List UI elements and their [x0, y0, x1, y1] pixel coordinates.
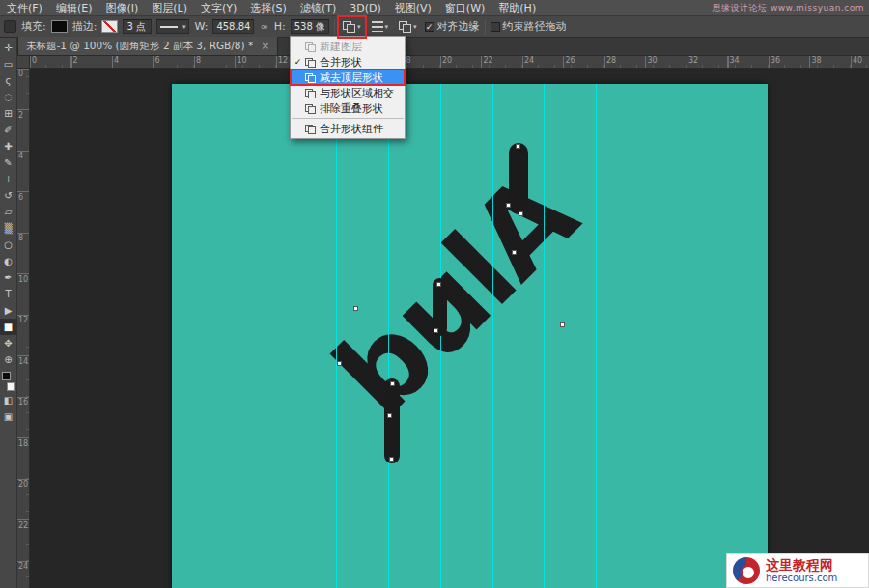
menu-item-4[interactable]: 文字(Y): [194, 0, 243, 16]
eyedropper-tool[interactable]: ✐: [0, 122, 17, 138]
screen-mode-tool[interactable]: ▣: [0, 408, 17, 425]
menu-item-exclude-overlapping-shapes[interactable]: 排除重叠形状: [291, 100, 405, 116]
document-tab[interactable]: 未标题-1 @ 100% (圆角矩形 2 副本 3, RGB/8) * ×: [17, 37, 278, 55]
anchor-point[interactable]: [516, 144, 520, 149]
menu-item-new-layer[interactable]: 新建图层: [291, 39, 405, 54]
tool-preset-icon[interactable]: [4, 20, 16, 33]
menu-item-subtract-front-shape[interactable]: 减去顶层形状: [291, 70, 405, 85]
menu-item-6[interactable]: 滤镜(T): [294, 0, 343, 16]
vertical-ruler[interactable]: 024681012141618202224: [17, 69, 30, 588]
anchor-point[interactable]: [389, 457, 394, 462]
clone-stamp-tool[interactable]: ⊥: [0, 171, 17, 187]
path-select-tool[interactable]: ▶: [0, 302, 17, 319]
type-tool[interactable]: T: [0, 286, 17, 302]
quick-select-tool[interactable]: ◌: [0, 89, 17, 105]
zoom-tool[interactable]: ⊕: [0, 351, 17, 368]
ruler-number: 4: [114, 56, 119, 65]
path-alignment-button[interactable]: ▾: [369, 18, 392, 36]
constrain-drag-option[interactable]: 约束路径拖动: [491, 19, 567, 34]
rounded-rect-shape[interactable]: [509, 143, 528, 214]
guide[interactable]: [544, 84, 545, 588]
guide[interactable]: [440, 84, 441, 588]
path-arrange-button[interactable]: ▾: [396, 18, 420, 36]
shape-tool[interactable]: ■: [0, 319, 17, 335]
menu-item-9[interactable]: 窗口(W): [438, 0, 491, 16]
background-color-swatch[interactable]: [7, 382, 15, 391]
brush-tool[interactable]: ✎: [0, 154, 17, 171]
marquee-tool[interactable]: ▭: [0, 56, 17, 72]
menu-item-merge-shape-components[interactable]: 合并形状组件: [291, 121, 405, 136]
constrain-drag-checkbox[interactable]: [491, 22, 500, 32]
foreground-color-swatch[interactable]: [2, 372, 11, 380]
align-edges-checkbox[interactable]: ✓: [425, 22, 434, 32]
width-label: W:: [194, 20, 208, 33]
menu-bar: 文件(F)编辑(E)图像(I)图层(L)文字(Y)选择(S)滤镜(T)3D(D)…: [0, 0, 869, 16]
move-tool[interactable]: ✛: [0, 40, 17, 56]
guide[interactable]: [388, 84, 389, 588]
document-tab-bar: 未标题-1 @ 100% (圆角矩形 2 副本 3, RGB/8) * ×: [17, 38, 869, 56]
ruler-number: 18: [18, 439, 28, 448]
chevron-down-icon: ▾: [413, 23, 417, 31]
tab-close-icon[interactable]: ×: [261, 40, 269, 52]
menu-item-3[interactable]: 图层(L): [145, 0, 194, 16]
menu-item-intersect-shape-areas[interactable]: 与形状区域相交: [291, 85, 405, 100]
dodge-tool[interactable]: ◐: [0, 253, 17, 269]
gradient-tool[interactable]: ▒: [0, 220, 17, 237]
stroke-swatch[interactable]: [101, 20, 118, 33]
menu-item-0[interactable]: 文件(F): [0, 0, 49, 16]
ruler-number: 36: [771, 56, 780, 65]
rounded-rect-shape[interactable]: [433, 278, 447, 336]
eraser-tool[interactable]: ▱: [0, 204, 17, 220]
fill-swatch[interactable]: [51, 20, 68, 33]
healing-brush-tool[interactable]: ✚: [0, 138, 17, 154]
ruler-corner[interactable]: [17, 56, 30, 69]
shape-width-field[interactable]: 458.84: [212, 19, 254, 34]
menu-item-2[interactable]: 图像(I): [98, 0, 145, 16]
anchor-point[interactable]: [390, 381, 395, 386]
document-title: 未标题-1 @ 100% (圆角矩形 2 副本 3, RGB/8) *: [26, 40, 253, 53]
align-edges-option[interactable]: ✓对齐边缘: [425, 19, 480, 34]
chevron-down-icon: ▾: [385, 23, 389, 31]
ruler-number: 20: [18, 480, 28, 489]
intersect-shape-areas-icon: [305, 88, 317, 98]
menu-item-combine-shapes[interactable]: ✓合并形状: [291, 54, 405, 70]
horizontal-ruler[interactable]: 0246810121416182022242628303234363840: [30, 56, 869, 69]
stroke-width-field[interactable]: 3 点: [123, 19, 152, 34]
menu-item-1[interactable]: 编辑(E): [49, 0, 99, 16]
menu-item-7[interactable]: 3D(D): [343, 0, 388, 16]
anchor-point[interactable]: [512, 250, 517, 255]
lasso-tool[interactable]: ς: [0, 72, 17, 89]
history-brush-tool[interactable]: ↺: [0, 187, 17, 204]
anchor-point[interactable]: [506, 203, 511, 208]
site-domain: herecours.com: [766, 573, 837, 584]
menu-item-label: 合并形状组件: [320, 122, 383, 136]
ruler-number: 34: [730, 56, 740, 65]
anchor-point[interactable]: [387, 413, 392, 418]
guide[interactable]: [596, 84, 597, 588]
anchor-point[interactable]: [434, 328, 438, 333]
anchor-point[interactable]: [436, 282, 441, 287]
menu-item-8[interactable]: 视图(V): [388, 0, 438, 16]
path-operations-button[interactable]: ▾: [340, 18, 364, 36]
pen-tool[interactable]: ✒: [0, 269, 17, 286]
anchor-point[interactable]: [519, 211, 523, 216]
crop-tool[interactable]: ⊞: [0, 105, 17, 122]
color-swatches[interactable]: [1, 371, 16, 392]
stroke-style-select[interactable]: ▾: [156, 19, 189, 34]
anchor-point[interactable]: [560, 322, 565, 327]
anchor-point[interactable]: [353, 306, 358, 311]
constrain-drag-label: 约束路径拖动: [503, 19, 567, 34]
blur-tool[interactable]: ○: [0, 237, 17, 253]
guide[interactable]: [336, 84, 337, 588]
rounded-rect-shape[interactable]: [384, 378, 400, 463]
canvas-viewport[interactable]: bulA: [30, 69, 869, 588]
menu-item-5[interactable]: 选择(S): [243, 0, 294, 16]
shape-height-field[interactable]: 538 像: [291, 19, 329, 34]
path-operations-annotation: ▾: [340, 18, 364, 36]
hand-tool[interactable]: ✥: [0, 335, 17, 351]
guide[interactable]: [492, 84, 493, 588]
menu-item-10[interactable]: 帮助(H): [491, 0, 543, 16]
quick-mask-tool[interactable]: ◧: [0, 392, 17, 408]
anchor-point[interactable]: [337, 361, 342, 366]
link-wh-icon[interactable]: ∞: [259, 21, 268, 32]
